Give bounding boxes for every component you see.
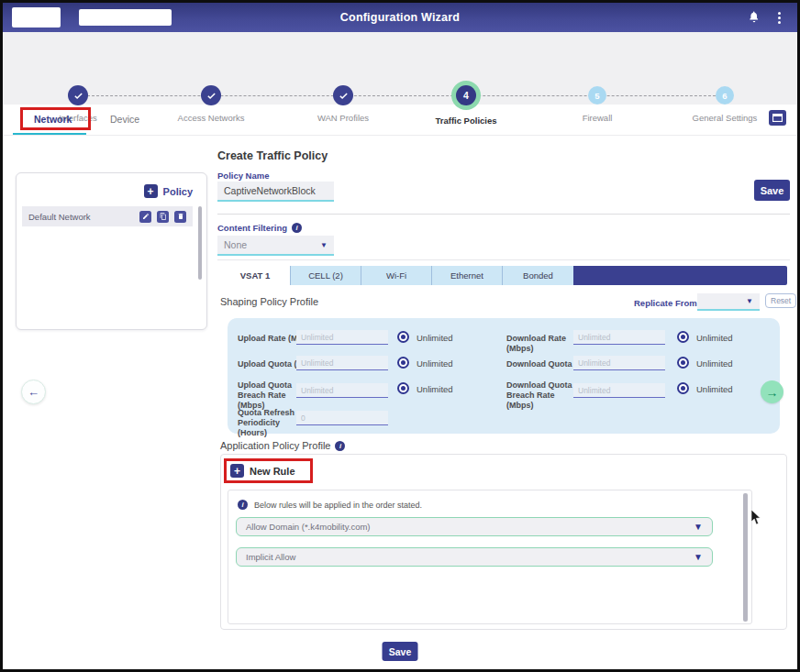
step-label-firewall: Firewall	[547, 113, 648, 123]
policy-list-panel: + Policy Default Network	[16, 172, 207, 330]
application-policy-title: Application Policy Profile	[220, 440, 330, 451]
rule-dropdown-implicit-allow[interactable]: Implicit Allow ▼	[236, 547, 713, 567]
tab-device[interactable]: Device	[110, 114, 139, 125]
download-rate-input[interactable]	[573, 330, 665, 345]
back-button[interactable]: ←	[21, 380, 46, 404]
upload-breach-input[interactable]	[296, 383, 388, 398]
policy-name: Default Network	[28, 212, 139, 222]
chevron-down-icon: ▼	[694, 552, 703, 562]
step-wan-profiles-circle[interactable]	[333, 85, 353, 105]
configuration-wizard-window: Configuration Wizard 4 5 6 Interfaces Ac…	[0, 0, 800, 672]
tab-vsat-1[interactable]: VSAT 1	[220, 266, 291, 285]
download-breach-unlimited-radio[interactable]	[677, 382, 689, 394]
content-filtering-info-icon[interactable]: i	[292, 223, 302, 233]
annotation-box-network-tab	[20, 107, 91, 130]
check-icon	[339, 91, 349, 101]
step-label-traffic-policies: Traffic Policies	[416, 116, 517, 126]
tabs-divider	[3, 135, 797, 136]
step-interfaces-circle[interactable]	[68, 85, 88, 105]
pencil-icon	[142, 213, 150, 220]
copy-icon	[160, 213, 167, 220]
download-breach-input[interactable]	[573, 383, 665, 398]
upload-quota-unlimited-label: Unlimited	[417, 358, 453, 369]
tab-bonded[interactable]: Bonded	[503, 266, 573, 285]
reset-button[interactable]: Reset	[765, 293, 796, 308]
logo-placeholder	[12, 7, 61, 28]
rules-list-box: i Below rules will be applied in the ord…	[228, 490, 752, 624]
upload-quota-input[interactable]	[296, 356, 388, 370]
replicate-from-dropdown[interactable]: ▼	[697, 293, 760, 311]
right-arrow-icon: →	[766, 385, 779, 400]
upload-breach-unlimited-radio[interactable]	[397, 382, 409, 394]
plus-icon: +	[144, 184, 158, 198]
rules-info-text: Below rules will be applied in the order…	[254, 501, 422, 510]
window-icon	[772, 114, 783, 122]
chevron-down-icon: ▼	[320, 241, 328, 249]
policy-name-input[interactable]	[217, 182, 334, 202]
tab-ethernet[interactable]: Ethernet	[432, 266, 503, 285]
edit-policy-button[interactable]	[139, 211, 151, 223]
rule-dropdown-allow-domain[interactable]: Allow Domain (*.k4mobility.com) ▼	[236, 517, 713, 536]
form-title: Create Traffic Policy	[217, 149, 328, 162]
active-step-number: 4	[456, 85, 476, 105]
next-interface-button[interactable]: →	[761, 380, 783, 403]
replicate-from-label: Replicate From:	[634, 298, 700, 308]
download-rate-unlimited-label: Unlimited	[696, 333, 733, 343]
mouse-cursor	[750, 510, 761, 526]
notifications-bell-icon[interactable]	[748, 10, 761, 28]
rules-scrollbar[interactable]	[743, 493, 748, 622]
copy-policy-button[interactable]	[157, 211, 169, 223]
left-arrow-icon: ←	[28, 385, 39, 399]
upload-rate-input[interactable]	[296, 330, 388, 345]
step-traffic-policies-circle[interactable]: 4	[451, 81, 481, 110]
check-icon	[206, 91, 217, 101]
tab-wifi[interactable]: Wi-Fi	[361, 266, 432, 285]
download-quota-unlimited-label: Unlimited	[696, 358, 733, 369]
chevron-down-icon: ▼	[694, 522, 703, 532]
quota-refresh-input[interactable]	[296, 411, 388, 425]
chevron-down-icon: ▼	[746, 297, 753, 305]
upload-rate-unlimited-label: Unlimited	[417, 333, 453, 343]
save-button-top[interactable]: Save	[754, 180, 790, 201]
rule-value: Allow Domain (*.k4mobility.com)	[246, 522, 694, 532]
shaping-policy-title: Shaping Policy Profile	[220, 296, 318, 307]
download-breach-label: Download Quota Breach Rate (Mbps)	[506, 380, 580, 410]
step-access-networks-circle[interactable]	[201, 85, 221, 105]
tab-cell-2[interactable]: CELL (2)	[291, 266, 361, 285]
download-quota-input[interactable]	[573, 356, 665, 370]
download-quota-unlimited-radio[interactable]	[677, 357, 689, 369]
policy-name-label: Policy Name	[217, 171, 270, 181]
upload-quota-unlimited-radio[interactable]	[397, 357, 409, 369]
policy-list-scrollbar[interactable]	[198, 206, 202, 280]
overflow-menu-icon[interactable]	[775, 10, 783, 26]
add-policy-button[interactable]: + Policy	[144, 184, 193, 198]
step-firewall-circle[interactable]: 5	[588, 86, 606, 105]
step-label-general-settings: General Settings	[674, 113, 775, 123]
rule-value: Implicit Allow	[246, 552, 694, 562]
content-filtering-label: Content Filtering	[217, 223, 287, 233]
add-policy-label: Policy	[163, 186, 193, 197]
check-icon	[73, 91, 83, 101]
application-policy-info-icon[interactable]: i	[335, 441, 345, 451]
save-button-bottom[interactable]: Save	[383, 642, 418, 661]
annotation-box-new-rule	[224, 458, 313, 483]
brand-name-placeholder	[79, 9, 172, 26]
wizard-stepper: 4 5 6 Interfaces Access Networks WAN Pro…	[3, 32, 797, 105]
policy-list-item[interactable]: Default Network	[22, 206, 193, 226]
step-label-access-networks: Access Networks	[161, 113, 261, 123]
upload-rate-unlimited-radio[interactable]	[397, 331, 409, 343]
interface-tab-bar: VSAT 1 CELL (2) Wi-Fi Ethernet Bonded	[220, 266, 787, 285]
section-divider	[217, 214, 790, 215]
upload-breach-unlimited-label: Unlimited	[417, 384, 453, 394]
expand-window-button[interactable]	[769, 110, 786, 126]
download-breach-unlimited-label: Unlimited	[696, 384, 733, 394]
step-label-wan-profiles: WAN Profiles	[293, 113, 394, 123]
top-bar: Configuration Wizard	[3, 3, 797, 32]
delete-policy-button[interactable]	[174, 211, 186, 223]
rules-info-icon: i	[238, 500, 248, 510]
trash-icon	[177, 213, 184, 220]
section-divider-2	[217, 259, 790, 260]
step-general-settings-circle[interactable]: 6	[716, 86, 734, 105]
download-rate-unlimited-radio[interactable]	[677, 331, 689, 343]
content-filtering-dropdown[interactable]: None ▼	[217, 236, 334, 256]
